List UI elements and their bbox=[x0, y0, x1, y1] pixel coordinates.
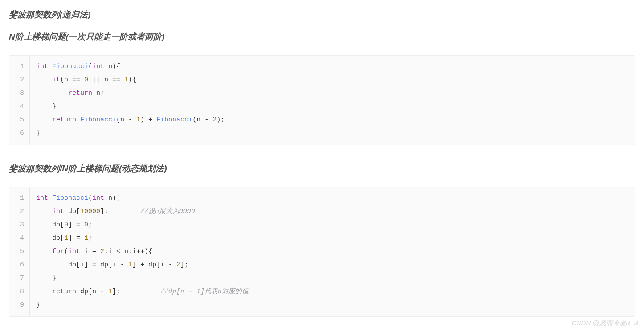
type-keyword: int bbox=[36, 194, 48, 202]
line-number: 4 bbox=[9, 100, 29, 113]
type-keyword: int bbox=[92, 194, 104, 202]
keyword-return: return bbox=[52, 116, 76, 124]
brace: ){ bbox=[112, 63, 120, 70]
type-keyword: int bbox=[52, 208, 64, 215]
line-number: 1 bbox=[9, 192, 29, 205]
paren: ( bbox=[64, 248, 68, 255]
expr: (n - bbox=[192, 116, 212, 124]
function-name: Fibonacci bbox=[52, 194, 88, 202]
heading-fib-dp: 斐波那契数列/N阶上楼梯问题(动态规划法) bbox=[9, 163, 635, 174]
expr: ] + dp[i - bbox=[132, 261, 176, 269]
code-content[interactable]: int Fibonacci(int n){ if(n == 0 || n == … bbox=[30, 56, 635, 145]
code-block-dp: 1 2 3 4 5 6 7 8 9 int Fibonacci(int n){ … bbox=[9, 187, 635, 317]
expr: ; bbox=[88, 234, 92, 242]
expr: ] = bbox=[68, 221, 84, 229]
expr: dp[ bbox=[64, 208, 80, 215]
code-block-recursive: 1 2 3 4 5 6 int Fibonacci(int n){ if(n =… bbox=[9, 55, 635, 145]
line-number: 3 bbox=[9, 218, 29, 232]
expr: i = bbox=[80, 248, 100, 255]
type-keyword: int bbox=[36, 63, 48, 70]
type-keyword: int bbox=[68, 248, 80, 255]
number: 1 bbox=[136, 116, 140, 124]
expr: ; bbox=[88, 221, 92, 229]
number: 1 bbox=[64, 234, 68, 242]
brace: } bbox=[36, 129, 40, 137]
line-number: 2 bbox=[9, 205, 29, 218]
line-gutter: 1 2 3 4 5 6 bbox=[9, 56, 30, 145]
expr: ]; bbox=[100, 208, 108, 215]
line-number: 8 bbox=[9, 285, 29, 299]
expr: ); bbox=[216, 116, 224, 124]
number: 10000 bbox=[80, 208, 100, 215]
number: 1 bbox=[84, 234, 88, 242]
comment: //设n最大为9999 bbox=[140, 208, 195, 215]
line-number: 4 bbox=[9, 232, 29, 245]
expr: n; bbox=[92, 89, 104, 97]
number: 1 bbox=[128, 261, 132, 269]
keyword-if: if bbox=[52, 76, 60, 84]
expr: ]; bbox=[180, 261, 188, 269]
number: 0 bbox=[64, 221, 68, 229]
line-number: 6 bbox=[9, 258, 29, 272]
function-name: Fibonacci bbox=[156, 116, 192, 124]
keyword-return: return bbox=[68, 89, 92, 97]
line-number: 9 bbox=[9, 299, 29, 312]
cond: (n == bbox=[60, 76, 84, 84]
number: 1 bbox=[108, 288, 112, 295]
line-number: 5 bbox=[9, 113, 29, 127]
number: 0 bbox=[84, 221, 88, 229]
param: n bbox=[108, 194, 112, 202]
brace: } bbox=[52, 274, 56, 282]
line-number: 7 bbox=[9, 272, 29, 285]
expr: dp[ bbox=[52, 234, 64, 242]
expr: ]; bbox=[112, 288, 120, 295]
number: 0 bbox=[84, 76, 88, 84]
expr: dp[i] = dp[i - bbox=[68, 261, 128, 269]
heading-fib-recursive: 斐波那契数列(递归法) bbox=[9, 9, 635, 20]
brace: } bbox=[36, 301, 40, 309]
param: n bbox=[108, 63, 112, 70]
code-content[interactable]: int Fibonacci(int n){ int dp[10000]; //设… bbox=[30, 187, 635, 316]
expr: ;i < n;i++){ bbox=[104, 248, 152, 255]
expr: dp[ bbox=[52, 221, 64, 229]
expr: dp[n - bbox=[76, 288, 108, 295]
heading-stairs: N阶上楼梯问题(一次只能走一阶或者两阶) bbox=[9, 31, 635, 43]
keyword-for: for bbox=[52, 248, 64, 255]
line-gutter: 1 2 3 4 5 6 7 8 9 bbox=[9, 187, 30, 316]
type-keyword: int bbox=[92, 63, 104, 70]
brace: ){ bbox=[112, 194, 120, 202]
number: 2 bbox=[176, 261, 180, 269]
line-number: 5 bbox=[9, 245, 29, 258]
number: 1 bbox=[124, 76, 128, 84]
expr: (n - bbox=[116, 116, 136, 124]
keyword-return: return bbox=[52, 288, 76, 295]
watermark: CSDN @忽而今夏&_& bbox=[572, 319, 639, 327]
comment: //dp[n - 1]代表n对应的值 bbox=[160, 288, 249, 295]
expr: ) + bbox=[140, 116, 156, 124]
line-number: 3 bbox=[9, 87, 29, 100]
cond: || n == bbox=[88, 76, 124, 84]
number: 2 bbox=[100, 248, 104, 255]
brace: ){ bbox=[128, 76, 136, 84]
number: 2 bbox=[212, 116, 216, 124]
function-name: Fibonacci bbox=[80, 116, 116, 124]
expr: ] = bbox=[68, 234, 84, 242]
brace: } bbox=[52, 103, 56, 110]
function-name: Fibonacci bbox=[52, 63, 88, 70]
line-number: 1 bbox=[9, 60, 29, 73]
line-number: 2 bbox=[9, 73, 29, 87]
line-number: 6 bbox=[9, 127, 29, 140]
